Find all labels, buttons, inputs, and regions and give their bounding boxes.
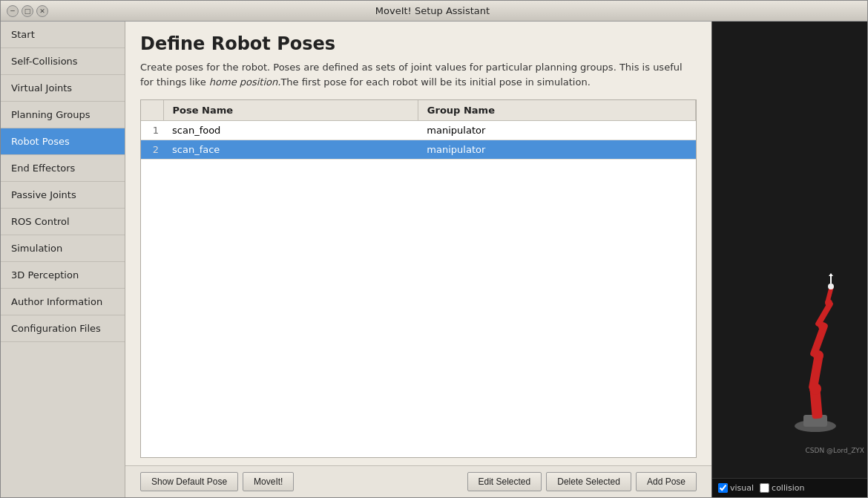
page-description: Create poses for the robot. Poses are de… — [140, 60, 697, 89]
collision-toggle-label[interactable]: collision — [760, 483, 804, 493]
table-header-row: Pose Name Group Name — [141, 100, 696, 121]
viewport-controls: visual collision — [712, 478, 867, 497]
sidebar-item-simulation[interactable]: Simulation — [1, 235, 125, 262]
close-button[interactable]: ✕ — [36, 5, 48, 17]
table-row[interactable]: 2scan_facemanipulator — [141, 140, 696, 160]
sidebar-item-author-information[interactable]: Author Information — [1, 289, 125, 315]
main-panel: Define Robot Poses Create poses for the … — [125, 22, 711, 497]
sidebar-item-passive-joints[interactable]: Passive Joints — [1, 182, 125, 209]
sidebar-item-virtual-joints[interactable]: Virtual Joints — [1, 75, 125, 102]
maximize-button[interactable]: □ — [22, 5, 33, 17]
col-group-name: Group Name — [418, 100, 695, 121]
svg-marker-13 — [829, 273, 833, 276]
sidebar-item-3d-perception[interactable]: 3D Perception — [1, 262, 125, 289]
robot-visualization — [778, 270, 852, 433]
col-num — [141, 100, 163, 121]
sidebar-item-end-effectors[interactable]: End Effectors — [1, 155, 125, 182]
visual-label: visual — [730, 483, 754, 493]
collision-label: collision — [772, 483, 804, 493]
show-default-pose-button[interactable]: Show Default Pose — [140, 472, 238, 491]
svg-point-11 — [828, 284, 834, 289]
desc-italic: home position. — [209, 76, 281, 88]
window-title: MoveIt! Setup Assistant — [48, 5, 817, 16]
row-group-name: manipulator — [418, 140, 695, 160]
row-num: 2 — [141, 140, 163, 160]
3d-viewport: CSDN @Lord_ZYX visual collision — [711, 22, 867, 497]
sidebar-item-ros-control[interactable]: ROS Control — [1, 209, 125, 235]
window-controls: ─ □ ✕ — [7, 5, 48, 17]
visual-toggle-label[interactable]: visual — [718, 483, 754, 493]
titlebar: ─ □ ✕ MoveIt! Setup Assistant — [1, 1, 867, 22]
sidebar-item-self-collisions[interactable]: Self-Collisions — [1, 48, 125, 75]
row-pose-name: scan_face — [163, 140, 418, 160]
sidebar: StartSelf-CollisionsVirtual JointsPlanni… — [1, 22, 125, 497]
main-window: ─ □ ✕ MoveIt! Setup Assistant StartSelf-… — [0, 0, 868, 498]
moveit-button[interactable]: MoveIt! — [243, 472, 294, 491]
visual-checkbox[interactable] — [718, 483, 728, 493]
sidebar-item-robot-poses[interactable]: Robot Poses — [1, 128, 125, 155]
watermark: CSDN @Lord_ZYX — [806, 447, 864, 454]
collision-checkbox[interactable] — [760, 483, 769, 493]
viewport-render-area: CSDN @Lord_ZYX — [712, 22, 867, 478]
minimize-button[interactable]: ─ — [7, 5, 19, 17]
sidebar-item-configuration-files[interactable]: Configuration Files — [1, 315, 125, 342]
poses-table-container: Pose Name Group Name 1scan_foodmanipulat… — [140, 99, 697, 458]
table-row[interactable]: 1scan_foodmanipulator — [141, 121, 696, 140]
page-title: Define Robot Poses — [140, 33, 697, 54]
poses-table: Pose Name Group Name 1scan_foodmanipulat… — [141, 100, 696, 160]
col-pose-name: Pose Name — [163, 100, 418, 121]
sidebar-item-planning-groups[interactable]: Planning Groups — [1, 102, 125, 128]
delete-selected-button[interactable]: Delete Selected — [546, 472, 631, 491]
content-area: Define Robot Poses Create poses for the … — [125, 22, 711, 465]
main-content: StartSelf-CollisionsVirtual JointsPlanni… — [1, 22, 867, 497]
sidebar-item-start[interactable]: Start — [1, 22, 125, 48]
edit-selected-button[interactable]: Edit Selected — [467, 472, 542, 491]
desc-text-2: The first pose for each robot will be it… — [280, 76, 590, 88]
add-pose-button[interactable]: Add Pose — [636, 472, 697, 491]
row-group-name: manipulator — [418, 121, 695, 140]
row-num: 1 — [141, 121, 163, 140]
bottom-bar: Show Default Pose MoveIt! Edit Selected … — [125, 465, 711, 497]
row-pose-name: scan_food — [163, 121, 418, 140]
